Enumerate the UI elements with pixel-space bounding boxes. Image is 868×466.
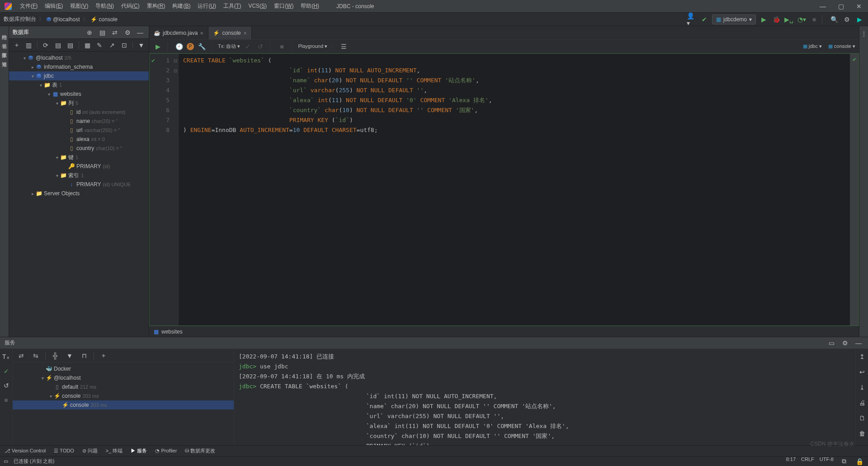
stripe-tab[interactable]: 结构 [1, 29, 8, 33]
stop-sync-icon[interactable]: ▤ [54, 40, 62, 50]
stripe-tab[interactable]: 书签 [1, 38, 8, 42]
wrench-icon[interactable]: 🔧 [197, 42, 207, 52]
stripe-tab[interactable]: 通知 [1, 56, 8, 60]
menu-item[interactable]: 工具(T) [220, 1, 245, 11]
hide-panel-icon[interactable]: — [854, 338, 863, 348]
services-tree[interactable]: 🐳Docker▾⚡@localhost▯default212 ms▾⚡conso… [13, 362, 234, 445]
bottom-tab[interactable]: >_ 终端 [106, 447, 123, 454]
line-separator[interactable]: CRLF [801, 457, 814, 466]
commit-icon[interactable]: ✓ [243, 42, 253, 52]
file-encoding[interactable]: UTF-8 [820, 457, 834, 466]
ddl-icon[interactable]: ▥ [25, 40, 33, 50]
filter-icon[interactable]: ▼ [137, 40, 145, 50]
service-tree-row[interactable]: 🐳Docker [13, 364, 234, 373]
collapse-all-icon[interactable]: ⇆ [31, 351, 41, 361]
menu-item[interactable]: 视图(V) [66, 1, 92, 11]
close-tab-icon[interactable]: ✕ [200, 31, 203, 36]
database-tree[interactable]: ▾⛃@localhost2/5▸⛃information_schema▾⛃jdb… [9, 52, 149, 337]
expand-icon[interactable]: ↗ [108, 40, 116, 50]
menu-item[interactable]: 构建(B) [169, 1, 194, 11]
scroll-icon[interactable]: ⤓ [857, 382, 867, 392]
schema-selector-console[interactable]: ▦ console ▾ [828, 43, 855, 49]
lock-icon[interactable]: 🔒 [854, 457, 864, 466]
history-icon[interactable]: 🕘 [174, 42, 184, 52]
gear-icon[interactable]: ⚙ [840, 338, 850, 348]
close-tab-icon[interactable]: ✕ [243, 31, 247, 36]
restore-layout-icon[interactable]: ▭ [826, 338, 836, 348]
tree-row[interactable]: ▯idint (auto increment) [9, 108, 149, 117]
explain-plan-icon[interactable]: P [187, 43, 194, 50]
caret-position[interactable]: 8:17 [786, 457, 796, 466]
edit-icon[interactable]: ✎ [96, 40, 104, 50]
user-icon[interactable]: 👤▾ [687, 14, 697, 24]
tx-icon[interactable]: Tₓ [1, 352, 11, 362]
tree-row[interactable]: ▾⛃@localhost2/5 [9, 53, 149, 62]
service-tree-row[interactable]: ▾⚡@localhost [13, 373, 234, 382]
settings-icon2[interactable]: ☰ [339, 42, 349, 52]
commit-icon[interactable]: ✓ [1, 366, 11, 376]
menu-item[interactable]: 重构(R) [143, 1, 169, 11]
menu-item[interactable]: 运行(U) [194, 1, 220, 11]
minimize-button[interactable]: — [814, 3, 832, 10]
datasource-props-icon[interactable]: ▤ [97, 28, 107, 38]
cancel-running-icon[interactable]: ■ [277, 42, 287, 52]
tree-row[interactable]: ▯countrychar(10) = '' [9, 144, 149, 153]
tree-row[interactable]: ↓PRIMARY(id) UNIQUE [9, 180, 149, 189]
service-tree-row[interactable]: ▯default212 ms [13, 382, 234, 391]
expand-all-icon[interactable]: ⇄ [16, 351, 26, 361]
update-icon[interactable]: ✔ [699, 14, 709, 24]
tree-row[interactable]: ▯alexaint = 0 [9, 135, 149, 144]
service-tree-row[interactable]: ⚡console203 ms [13, 400, 234, 410]
bottom-tab[interactable]: ⎇ Version Control [5, 448, 46, 454]
close-button[interactable]: ✕ [850, 3, 868, 10]
search-icon[interactable]: 🔍 [829, 14, 839, 24]
execute-button[interactable]: ▶ [153, 42, 163, 52]
code-editor[interactable]: 1✔2345678 ⊟⊟ CREATE TABLE `websites` ( `… [149, 53, 859, 326]
bottom-tab[interactable]: ⛁ 数据库更改 [185, 447, 215, 454]
new-datasource-icon[interactable]: ⊕ [85, 28, 94, 38]
filter-svc-icon[interactable]: ▼ [65, 351, 75, 361]
gear-icon[interactable]: ⚙ [123, 28, 132, 38]
tree-row[interactable]: ▾⛃jdbc [9, 71, 149, 80]
jump-to-source-icon[interactable]: ▤ [66, 40, 74, 50]
trash-icon[interactable]: 🗑 [857, 428, 867, 438]
stripe-tab[interactable]: 数据库 [1, 47, 8, 51]
coverage-button[interactable]: ▶␣ [784, 14, 794, 24]
tree-row[interactable]: ▾📁索引1 [9, 171, 149, 180]
menu-item[interactable]: 窗口(W) [270, 1, 297, 11]
tree-row[interactable]: ▯namechar(20) = '' [9, 117, 149, 126]
debug-button[interactable]: 🐞 [771, 14, 781, 24]
add-service-icon[interactable]: ＋ [99, 351, 108, 361]
code-with-me-icon[interactable]: ▶ [854, 14, 864, 24]
rollback-icon[interactable]: ↺ [1, 381, 11, 391]
playground-selector[interactable]: Playground ▾ [298, 43, 327, 49]
profile-button[interactable]: ◔▾ [797, 14, 807, 24]
refresh-icon[interactable]: ⟳ [42, 40, 50, 50]
tree-row[interactable]: ▸⛃information_schema [9, 62, 149, 71]
pin-icon[interactable]: ⊓ [79, 351, 89, 361]
breadcrumb-item[interactable]: 数据库控制台 [4, 15, 36, 23]
editor-breadcrumb[interactable]: ▦ websites [149, 326, 859, 337]
breadcrumb-item[interactable]: console [99, 16, 118, 23]
tree-row[interactable]: ▾▦websites [9, 89, 149, 99]
tree-row[interactable]: ▾📁表1 [9, 80, 149, 89]
bottom-tab[interactable]: ⊘ 问题 [82, 447, 98, 454]
stop-button[interactable]: ■ [809, 14, 819, 24]
editor-tab[interactable]: ☕jdbcdemo.java✕ [149, 27, 208, 39]
settings-icon[interactable]: ⚙ [842, 14, 852, 24]
menu-item[interactable]: 代码(C) [118, 1, 143, 11]
maximize-button[interactable]: ▢ [832, 3, 850, 10]
menu-item[interactable]: 文件(F) [16, 1, 41, 11]
tree-row[interactable]: ▾📁键1 [9, 153, 149, 162]
bottom-tab[interactable]: ☰ TODO [54, 448, 74, 454]
tree-row[interactable]: 🔑PRIMARY(id) [9, 162, 149, 171]
wrap-icon[interactable]: ↩ [857, 367, 867, 377]
cancel-icon[interactable]: ■ [1, 395, 11, 405]
add-icon[interactable]: ＋ [13, 40, 20, 50]
sync-icon[interactable]: ⇄ [110, 28, 120, 38]
editor-tab[interactable]: ⚡console✕ [208, 27, 251, 39]
export-icon[interactable]: ↥ [857, 352, 867, 362]
menu-item[interactable]: 编辑(E) [41, 1, 66, 11]
menu-item[interactable]: VCS(S) [245, 1, 270, 11]
group-icon[interactable]: ╬ [50, 351, 60, 361]
